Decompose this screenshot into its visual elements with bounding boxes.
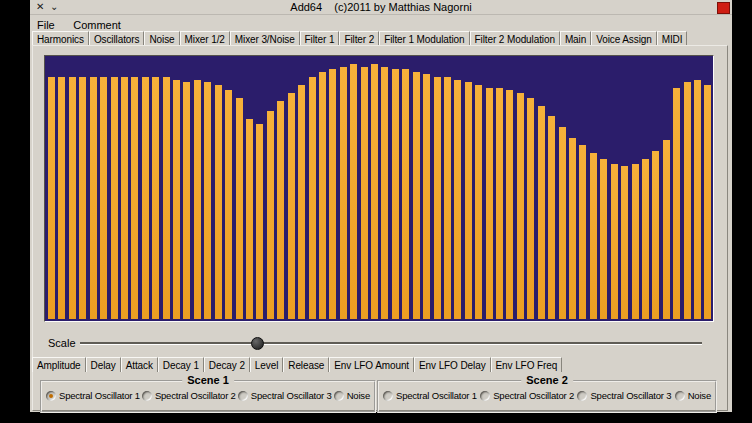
tab-mixer-1-2[interactable]: Mixer 1/2: [180, 31, 230, 46]
tab-env-lfo-delay[interactable]: Env LFO Delay: [414, 357, 491, 372]
harmonic-bar-40[interactable]: [454, 80, 461, 319]
tab-voice-assign[interactable]: Voice Assign: [591, 31, 657, 46]
harmonic-bar-50[interactable]: [559, 127, 566, 319]
scale-slider-handle[interactable]: [251, 337, 264, 350]
harmonic-bar-35[interactable]: [402, 69, 409, 319]
harmonic-bar-22[interactable]: [267, 111, 274, 319]
harmonic-bar-64[interactable]: [704, 85, 711, 319]
harmonic-bar-39[interactable]: [444, 77, 451, 319]
scale-slider-groove[interactable]: [80, 342, 702, 345]
tab-decay-2[interactable]: Decay 2: [204, 357, 250, 372]
harmonic-bar-3[interactable]: [69, 77, 76, 319]
harmonic-bar-37[interactable]: [423, 74, 430, 319]
harmonic-bar-18[interactable]: [225, 90, 232, 319]
harmonic-bar-23[interactable]: [277, 101, 284, 319]
harmonic-bar-14[interactable]: [183, 82, 190, 319]
harmonic-bar-51[interactable]: [569, 138, 576, 319]
tab-filter-1-modulation[interactable]: Filter 1 Modulation: [379, 31, 469, 46]
harmonic-bar-25[interactable]: [298, 85, 305, 319]
harmonic-bar-11[interactable]: [152, 77, 159, 319]
harmonic-bar-44[interactable]: [496, 88, 503, 319]
harmonic-bar-30[interactable]: [350, 64, 357, 319]
harmonic-bar-17[interactable]: [215, 85, 222, 319]
harmonic-bar-31[interactable]: [361, 67, 368, 319]
tab-oscillators[interactable]: Oscillators: [89, 31, 145, 46]
harmonic-bar-43[interactable]: [486, 88, 493, 319]
harmonic-bar-54[interactable]: [600, 159, 607, 319]
tab-filter-2-modulation[interactable]: Filter 2 Modulation: [470, 31, 560, 46]
harmonic-bar-15[interactable]: [194, 80, 201, 319]
harmonic-bar-62[interactable]: [684, 82, 691, 319]
harmonic-bar-20[interactable]: [246, 119, 253, 319]
harmonic-bar-61[interactable]: [673, 88, 680, 319]
radio-scene1-spectral-oscillator-3[interactable]: Spectral Oscillator 3: [238, 390, 332, 401]
harmonic-bar-56[interactable]: [621, 166, 628, 319]
harmonic-bar-46[interactable]: [517, 93, 524, 319]
tab-filter-2[interactable]: Filter 2: [339, 31, 379, 46]
harmonic-bar-24[interactable]: [288, 93, 295, 319]
harmonic-bar-55[interactable]: [611, 164, 618, 319]
tab-filter-1[interactable]: Filter 1: [300, 31, 340, 46]
harmonic-bar-5[interactable]: [90, 77, 97, 319]
radio-scene1-noise[interactable]: Noise: [334, 390, 370, 401]
harmonic-bar-34[interactable]: [392, 69, 399, 319]
harmonic-bar-1[interactable]: [48, 77, 55, 319]
harmonic-bar-33[interactable]: [381, 67, 388, 319]
harmonic-bar-16[interactable]: [204, 82, 211, 319]
harmonic-bar-48[interactable]: [538, 106, 545, 319]
tab-release[interactable]: Release: [283, 357, 329, 372]
harmonic-bar-8[interactable]: [121, 77, 128, 319]
harmonic-bar-36[interactable]: [413, 72, 420, 319]
harmonic-bar-12[interactable]: [163, 77, 170, 319]
harmonic-bar-10[interactable]: [142, 77, 149, 319]
harmonic-bar-32[interactable]: [371, 64, 378, 319]
tab-env-lfo-amount[interactable]: Env LFO Amount: [329, 357, 414, 372]
tab-attack[interactable]: Attack: [121, 357, 158, 372]
harmonic-bar-49[interactable]: [548, 116, 555, 319]
harmonic-bar-60[interactable]: [663, 140, 670, 319]
harmonic-bar-26[interactable]: [309, 77, 316, 319]
tab-amplitude[interactable]: Amplitude: [32, 357, 86, 372]
tab-noise[interactable]: Noise: [144, 31, 179, 46]
radio-scene1-spectral-oscillator-2[interactable]: Spectral Oscillator 2: [142, 390, 236, 401]
tab-decay-1[interactable]: Decay 1: [158, 357, 204, 372]
harmonic-bar-27[interactable]: [319, 72, 326, 319]
scale-slider[interactable]: [80, 334, 702, 352]
tab-level[interactable]: Level: [250, 357, 283, 372]
harmonic-bar-38[interactable]: [434, 77, 441, 319]
harmonic-bar-58[interactable]: [642, 159, 649, 319]
harmonic-bar-13[interactable]: [173, 80, 180, 319]
harmonic-bar-21[interactable]: [256, 124, 263, 319]
harmonic-bar-45[interactable]: [506, 90, 513, 319]
titlebar[interactable]: ✕ ⌄ Add64 (c)2011 by Matthias Nagorni: [30, 0, 732, 15]
harmonic-bar-7[interactable]: [111, 77, 118, 319]
radio-scene2-spectral-oscillator-1[interactable]: Spectral Oscillator 1: [383, 390, 477, 401]
window-red-button[interactable]: [717, 2, 730, 14]
harmonic-bar-53[interactable]: [590, 153, 597, 319]
harmonics-bar-display[interactable]: [44, 55, 714, 322]
tab-midi[interactable]: MIDI: [657, 31, 688, 46]
harmonic-bar-4[interactable]: [79, 77, 86, 319]
tab-mixer-3-noise[interactable]: Mixer 3/Noise: [230, 31, 300, 46]
harmonic-bar-19[interactable]: [236, 98, 243, 319]
radio-scene2-spectral-oscillator-3[interactable]: Spectral Oscillator 3: [577, 390, 671, 401]
harmonic-bar-6[interactable]: [100, 77, 107, 319]
harmonic-bar-52[interactable]: [579, 145, 586, 319]
tab-harmonics[interactable]: Harmonics: [32, 31, 89, 46]
harmonic-bar-63[interactable]: [694, 80, 701, 319]
radio-scene1-spectral-oscillator-1[interactable]: Spectral Oscillator 1: [46, 390, 140, 401]
tab-env-lfo-freq[interactable]: Env LFO Freq: [491, 357, 563, 372]
harmonic-bar-57[interactable]: [632, 164, 639, 319]
radio-scene2-noise[interactable]: Noise: [675, 390, 711, 401]
harmonic-bar-42[interactable]: [475, 85, 482, 319]
harmonic-bar-47[interactable]: [527, 98, 534, 319]
harmonic-bar-59[interactable]: [652, 151, 659, 319]
harmonic-bar-9[interactable]: [131, 77, 138, 319]
harmonic-bar-41[interactable]: [465, 82, 472, 319]
harmonic-bar-28[interactable]: [329, 69, 336, 319]
tab-main[interactable]: Main: [560, 31, 591, 46]
tab-delay[interactable]: Delay: [86, 357, 121, 372]
harmonic-bar-2[interactable]: [58, 77, 65, 319]
harmonic-bar-29[interactable]: [340, 67, 347, 319]
radio-scene2-spectral-oscillator-2[interactable]: Spectral Oscillator 2: [480, 390, 574, 401]
